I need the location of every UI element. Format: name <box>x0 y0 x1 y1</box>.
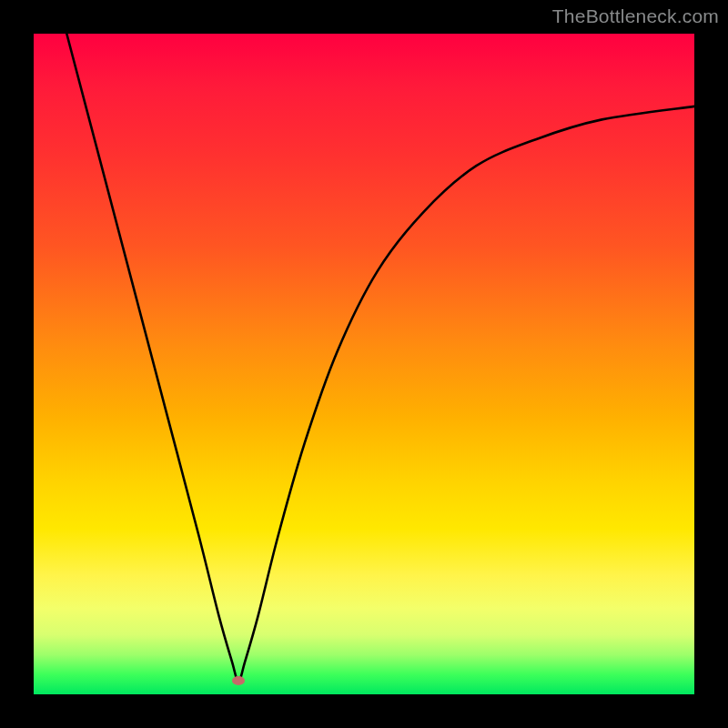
bottleneck-curve <box>34 34 694 694</box>
watermark-text: TheBottleneck.com <box>552 5 719 27</box>
chart-frame: TheBottleneck.com <box>0 0 728 728</box>
plot-area <box>34 34 694 694</box>
curve-path <box>66 34 694 681</box>
